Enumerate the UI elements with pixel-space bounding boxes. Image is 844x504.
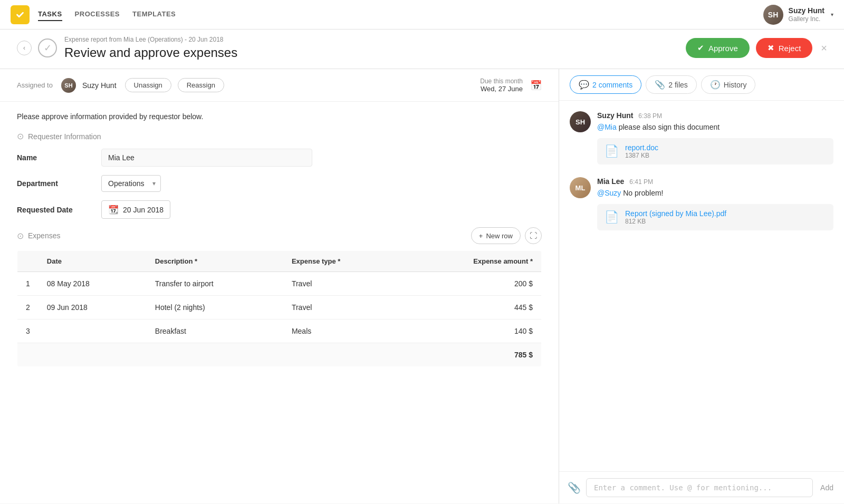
row-desc-1: Transfer to airport [147,272,283,296]
table-row: 2 09 Jun 2018 Hotel (2 nights) Travel 44… [17,296,542,319]
left-panel: Assigned to SH Suzy Hunt Unassign Reassi… [0,69,559,503]
comment-body-1: Suzy Hunt 6:38 PM @Mia please also sign … [597,111,833,164]
form-description: Please approve information provided by r… [17,112,542,121]
reassign-button[interactable]: Reassign [178,78,224,92]
approve-button[interactable]: ✔ Approve [686,38,750,58]
comment-body-text-2: No problem! [621,189,663,197]
row-amount-3: 140 $ [402,319,542,343]
page-title-block: Expense report from Mia Lee (Operations)… [64,36,686,60]
comment-header-1: Suzy Hunt 6:38 PM [597,111,833,120]
comment-body-text-1: please also sign this document [617,123,720,131]
tab-comments[interactable]: 💬 2 comments [570,75,641,94]
new-row-button[interactable]: + New row [471,227,521,244]
attachment-name-1: report.doc [625,143,658,152]
assignee-name: Suzy Hunt [82,81,117,90]
due-label: Due this month [480,77,523,85]
section-chevron-icon: ⊙ [17,131,24,141]
plus-icon: + [479,232,483,240]
pdf-icon: 📄 [605,210,619,224]
tab-comments-label: 2 comments [592,81,632,89]
attachment-info-2: Report (signed by Mia Lee).pdf 812 KB [625,209,726,225]
comment-item-2: ML Mia Lee 6:41 PM @Suzy No problem! 📄 R… [570,177,833,230]
name-field-row: Name Mia Lee [17,149,542,167]
row-type-1: Travel [283,272,402,296]
comment-text-2: @Suzy No problem! [597,188,833,199]
main-layout: Assigned to SH Suzy Hunt Unassign Reassi… [0,69,844,503]
nav-processes[interactable]: PROCESSES [75,8,120,21]
comment-input-bar: 📎 Add [559,471,844,503]
table-row: 3 Breakfast Meals 140 $ [17,319,542,343]
tab-history[interactable]: 🕐 History [701,75,756,94]
expense-table: Date Description * Expense type * Expens… [17,250,542,367]
total-amount: 785 $ [402,343,542,367]
comments-icon: 💬 [579,80,589,90]
row-type-3: Meals [283,319,402,343]
date-field-row: Requested Date 📆 20 Jun 2018 [17,200,542,219]
reject-button[interactable]: ✖ Reject [756,38,813,58]
page-header: ‹ ✓ Expense report from Mia Lee (Operati… [0,30,844,69]
dept-field-row: Department Operations [17,175,542,192]
expand-button[interactable]: ⛶ [525,227,542,244]
assigned-to-label: Assigned to [17,81,53,89]
col-num [17,251,39,272]
task-status-icon: ✓ [38,38,57,57]
dept-select-wrapper: Operations [101,175,161,192]
row-date-2: 09 Jun 2018 [39,296,147,319]
user-menu[interactable]: SH Suzy Hunt Gallery Inc. ▾ [763,5,833,25]
col-type: Expense type * [283,251,402,272]
breadcrumb: Expense report from Mia Lee (Operations)… [64,36,686,43]
nav-tasks[interactable]: TASKS [38,8,62,21]
requester-section-header[interactable]: ⊙ Requester Information [17,131,542,141]
name-field-label: Name [17,153,101,162]
assignee-avatar: SH [61,78,76,93]
unassign-button[interactable]: Unassign [125,78,171,92]
nav-templates[interactable]: TEMPLATES [132,8,176,21]
due-block: Due this month Wed, 27 June 📅 [480,77,542,93]
row-desc-2: Hotel (2 nights) [147,296,283,319]
dept-select[interactable]: Operations [101,175,161,192]
expenses-actions: + New row ⛶ [471,227,542,244]
add-comment-button[interactable]: Add [818,483,836,492]
comments-tabs: 💬 2 comments 📎 2 files 🕐 History [559,69,844,101]
user-name: Suzy Hunt [789,6,824,15]
row-date-3 [39,319,147,343]
calendar-icon[interactable]: 📅 [530,80,542,91]
attachment-card-2[interactable]: 📄 Report (signed by Mia Lee).pdf 812 KB [597,204,833,230]
row-amount-2: 445 $ [402,296,542,319]
reject-x-icon: ✖ [768,43,774,53]
files-icon: 📎 [655,80,665,90]
comment-body-2: Mia Lee 6:41 PM @Suzy No problem! 📄 Repo… [597,177,833,230]
comment-time-1: 6:38 PM [638,112,662,120]
date-picker[interactable]: 📆 20 Jun 2018 [101,200,170,219]
tab-files[interactable]: 📎 2 files [646,75,697,94]
comment-input[interactable] [586,478,813,497]
calendar-small-icon: 📆 [108,205,119,215]
close-button[interactable]: × [821,43,827,53]
new-row-label: New row [486,232,513,240]
attach-file-button[interactable]: 📎 [568,481,581,494]
row-num-2: 2 [17,296,39,319]
comment-text-1: @Mia please also sign this document [597,122,833,133]
user-info-block: Suzy Hunt Gallery Inc. [789,6,824,24]
comment-avatar-suzy: SH [570,111,591,132]
comments-body: SH Suzy Hunt 6:38 PM @Mia please also si… [559,101,844,471]
expenses-chevron-icon: ⊙ [17,231,24,241]
row-desc-3: Breakfast [147,319,283,343]
app-logo[interactable] [11,5,30,24]
due-date: Wed, 27 June [480,85,523,93]
expenses-section-header[interactable]: ⊙ Expenses [17,231,60,241]
comment-item-1: SH Suzy Hunt 6:38 PM @Mia please also si… [570,111,833,164]
expenses-section-label: Expenses [28,231,60,240]
table-row: 1 08 May 2018 Transfer to airport Travel… [17,272,542,296]
row-type-2: Travel [283,296,402,319]
comment-avatar-mia: ML [570,177,591,198]
attachment-card-1[interactable]: 📄 report.doc 1387 KB [597,138,833,164]
row-num-1: 1 [17,272,39,296]
row-amount-1: 200 $ [402,272,542,296]
back-button[interactable]: ‹ [17,41,32,55]
total-spacer [17,343,402,367]
comment-author-2: Mia Lee [597,177,624,186]
comment-mention-1: @Mia [597,123,617,131]
main-nav: TASKS PROCESSES TEMPLATES [38,8,176,21]
date-value: 20 Jun 2018 [123,206,164,214]
